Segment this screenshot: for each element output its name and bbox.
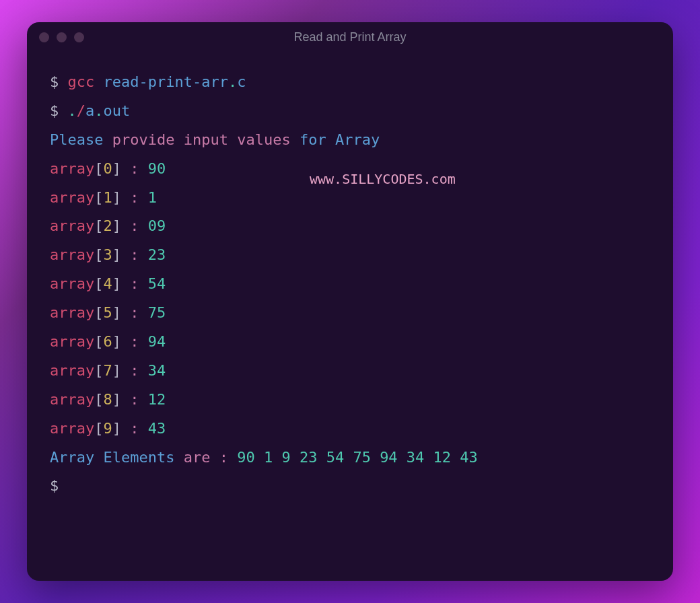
minimize-icon[interactable]: [57, 32, 67, 42]
array-entry: array[5] : 75: [50, 299, 650, 328]
close-icon[interactable]: [39, 32, 49, 42]
final-prompt: $: [50, 472, 650, 501]
array-value: 43: [148, 420, 166, 437]
prompt: $: [50, 73, 59, 90]
array-index: 7: [103, 362, 112, 379]
array-entry: array[2] : 09: [50, 212, 650, 241]
array-entries-list: array[0] : 90array[1] : 1array[2] : 09ar…: [50, 155, 650, 444]
result-values: 90 1 9 23 54 75 94 34 12 43: [237, 449, 478, 466]
array-value: 23: [148, 246, 166, 263]
array-entry: array[7] : 34: [50, 357, 650, 386]
array-index: 3: [103, 246, 112, 263]
array-value: 75: [148, 304, 166, 321]
array-value: 90: [148, 160, 166, 177]
command-gcc: gcc: [68, 73, 95, 90]
window-title: Read and Print Array: [293, 30, 406, 44]
array-entry: array[6] : 94: [50, 328, 650, 357]
array-index: 9: [103, 420, 112, 437]
array-value: 54: [148, 275, 166, 292]
array-index: 0: [103, 160, 112, 177]
terminal-window: Read and Print Array www.SILLYCODES.com …: [27, 22, 673, 581]
array-entry: array[3] : 23: [50, 241, 650, 270]
output-header: Please provide input values for Array: [50, 126, 650, 155]
watermark: www.SILLYCODES.com: [310, 166, 456, 192]
array-value: 1: [148, 189, 157, 206]
array-index: 2: [103, 217, 112, 234]
array-entry: array[8] : 12: [50, 386, 650, 415]
command-line-1: $ gcc read-print-arr.c: [50, 68, 650, 97]
traffic-lights: [39, 32, 84, 42]
array-value: 34: [148, 362, 166, 379]
prompt: $: [50, 102, 59, 119]
array-value: 09: [148, 217, 166, 234]
array-index: 1: [103, 189, 112, 206]
command-line-2: $ ./a.out: [50, 97, 650, 126]
command-arg: read-print-arr: [104, 73, 228, 90]
array-index: 6: [103, 333, 112, 350]
array-index: 4: [103, 275, 112, 292]
array-entry: array[9] : 43: [50, 415, 650, 444]
output-result: Array Elements are : 90 1 9 23 54 75 94 …: [50, 444, 650, 472]
array-entry: array[4] : 54: [50, 270, 650, 299]
maximize-icon[interactable]: [74, 32, 84, 42]
array-index: 8: [103, 391, 112, 408]
array-index: 5: [103, 304, 112, 321]
array-value: 94: [148, 333, 166, 350]
terminal-body[interactable]: www.SILLYCODES.com $ gcc read-print-arr.…: [27, 52, 673, 517]
titlebar: Read and Print Array: [27, 22, 673, 52]
array-value: 12: [148, 391, 166, 408]
